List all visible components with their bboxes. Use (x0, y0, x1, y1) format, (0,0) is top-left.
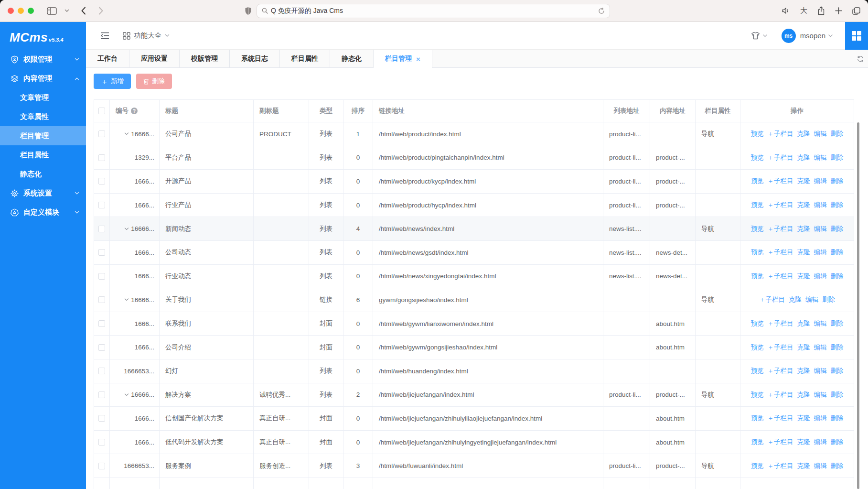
speaker-icon[interactable] (782, 7, 790, 14)
tab-0[interactable]: 工作台 (86, 50, 129, 67)
sidebar-item-2[interactable]: 文章管理 (0, 88, 86, 107)
op-clone-link[interactable]: 克隆 (797, 272, 810, 281)
refresh-tab-button[interactable] (852, 50, 868, 67)
vertical-scrollbar[interactable] (857, 122, 859, 489)
op-add-sub-column-link[interactable]: ＋子栏目 (768, 201, 793, 209)
op-add-sub-column-link[interactable]: ＋子栏目 (768, 319, 793, 328)
help-icon[interactable]: ? (131, 108, 138, 114)
op-add-sub-column-link[interactable]: ＋子栏目 (768, 225, 793, 233)
tab-6[interactable]: 栏目管理× (374, 50, 432, 68)
expand-caret-icon[interactable] (124, 392, 129, 398)
op-edit-link[interactable]: 编辑 (814, 414, 827, 423)
op-edit-link[interactable]: 编辑 (814, 130, 827, 138)
delete-button[interactable]: 删除 (136, 74, 172, 89)
op-delete-link[interactable]: 删除 (822, 295, 835, 304)
op-delete-link[interactable]: 删除 (831, 414, 844, 423)
select-all-checkbox[interactable] (98, 108, 105, 114)
row-checkbox[interactable] (98, 391, 105, 398)
sidebar-item-0[interactable]: 权限管理 (0, 50, 86, 69)
op-preview-link[interactable]: 预览 (751, 343, 764, 352)
sidebar-item-7[interactable]: 系统设置 (0, 184, 86, 203)
tab-1[interactable]: 应用设置 (129, 50, 180, 67)
tab-2[interactable]: 模版管理 (180, 50, 230, 67)
op-add-sub-column-link[interactable]: ＋子栏目 (768, 153, 793, 162)
op-preview-link[interactable]: 预览 (751, 391, 764, 399)
op-clone-link[interactable]: 克隆 (797, 153, 810, 162)
op-delete-link[interactable]: 删除 (831, 201, 844, 209)
op-clone-link[interactable]: 克隆 (797, 343, 810, 352)
address-bar[interactable]: Q 免疫开源的 Java Cms (257, 4, 610, 18)
row-checkbox[interactable] (98, 226, 105, 232)
collapse-menu-icon[interactable] (100, 32, 109, 39)
op-clone-link[interactable]: 克隆 (797, 225, 810, 233)
row-checkbox[interactable] (98, 178, 105, 185)
row-checkbox[interactable] (98, 154, 105, 161)
op-delete-link[interactable]: 删除 (831, 462, 844, 470)
op-preview-link[interactable]: 预览 (751, 201, 764, 209)
op-delete-link[interactable]: 删除 (831, 343, 844, 352)
op-delete-link[interactable]: 删除 (831, 153, 844, 162)
close-window-icon[interactable] (8, 8, 14, 14)
back-icon[interactable] (81, 7, 86, 15)
sidebar-item-4[interactable]: 栏目管理 (0, 126, 86, 145)
op-edit-link[interactable]: 编辑 (814, 272, 827, 281)
op-clone-link[interactable]: 克隆 (797, 367, 810, 375)
op-clone-link[interactable]: 克隆 (797, 201, 810, 209)
op-add-sub-column-link[interactable]: ＋子栏目 (768, 414, 793, 423)
theme-switcher[interactable] (750, 32, 767, 40)
op-edit-link[interactable]: 编辑 (814, 201, 827, 209)
op-add-sub-column-link[interactable]: ＋子栏目 (759, 295, 785, 304)
row-checkbox[interactable] (98, 202, 105, 208)
op-edit-link[interactable]: 编辑 (814, 462, 827, 470)
tab-5[interactable]: 静态化 (330, 50, 374, 67)
sidebar-item-1[interactable]: 内容管理 (0, 69, 86, 88)
op-add-sub-column-link[interactable]: ＋子栏目 (768, 462, 793, 470)
op-clone-link[interactable]: 克隆 (797, 438, 810, 446)
op-edit-link[interactable]: 编辑 (814, 319, 827, 328)
op-preview-link[interactable]: 预览 (751, 414, 764, 423)
app-launcher-button[interactable] (845, 22, 868, 50)
row-checkbox[interactable] (98, 320, 105, 327)
op-add-sub-column-link[interactable]: ＋子栏目 (768, 438, 793, 446)
forward-icon[interactable] (98, 7, 104, 15)
op-add-sub-column-link[interactable]: ＋子栏目 (768, 391, 793, 399)
row-checkbox[interactable] (98, 368, 105, 374)
expand-caret-icon[interactable] (124, 297, 129, 303)
op-delete-link[interactable]: 删除 (831, 272, 844, 281)
op-add-sub-column-link[interactable]: ＋子栏目 (768, 130, 793, 138)
expand-caret-icon[interactable] (124, 226, 129, 232)
reload-icon[interactable] (598, 8, 605, 14)
privacy-shield-icon[interactable] (245, 7, 252, 15)
tab-close-icon[interactable]: × (416, 55, 420, 63)
op-edit-link[interactable]: 编辑 (814, 225, 827, 233)
op-delete-link[interactable]: 删除 (831, 248, 844, 257)
op-edit-link[interactable]: 编辑 (814, 177, 827, 185)
row-checkbox[interactable] (98, 439, 105, 446)
maximize-window-icon[interactable] (28, 8, 34, 14)
op-preview-link[interactable]: 预览 (751, 438, 764, 446)
op-clone-link[interactable]: 克隆 (797, 248, 810, 257)
op-preview-link[interactable]: 预览 (751, 367, 764, 375)
op-edit-link[interactable]: 编辑 (814, 343, 827, 352)
row-checkbox[interactable] (98, 249, 105, 256)
op-clone-link[interactable]: 克隆 (797, 319, 810, 328)
sidebar-item-3[interactable]: 文章属性 (0, 107, 86, 126)
op-add-sub-column-link[interactable]: ＋子栏目 (768, 177, 793, 185)
op-edit-link[interactable]: 编辑 (814, 391, 827, 399)
row-checkbox[interactable] (98, 296, 105, 303)
sidebar-toggle-icon[interactable] (47, 7, 57, 15)
op-delete-link[interactable]: 删除 (831, 438, 844, 446)
op-preview-link[interactable]: 预览 (751, 153, 764, 162)
sidebar-item-5[interactable]: 栏目属性 (0, 145, 86, 164)
op-preview-link[interactable]: 预览 (751, 130, 764, 138)
op-clone-link[interactable]: 克隆 (797, 130, 810, 138)
op-delete-link[interactable]: 删除 (831, 319, 844, 328)
op-edit-link[interactable]: 编辑 (814, 248, 827, 257)
op-add-sub-column-link[interactable]: ＋子栏目 (768, 367, 793, 375)
op-preview-link[interactable]: 预览 (751, 462, 764, 470)
row-checkbox[interactable] (98, 415, 105, 422)
tab-4[interactable]: 栏目属性 (280, 50, 330, 67)
op-preview-link[interactable]: 预览 (751, 225, 764, 233)
op-delete-link[interactable]: 删除 (831, 391, 844, 399)
minimize-window-icon[interactable] (18, 8, 24, 14)
